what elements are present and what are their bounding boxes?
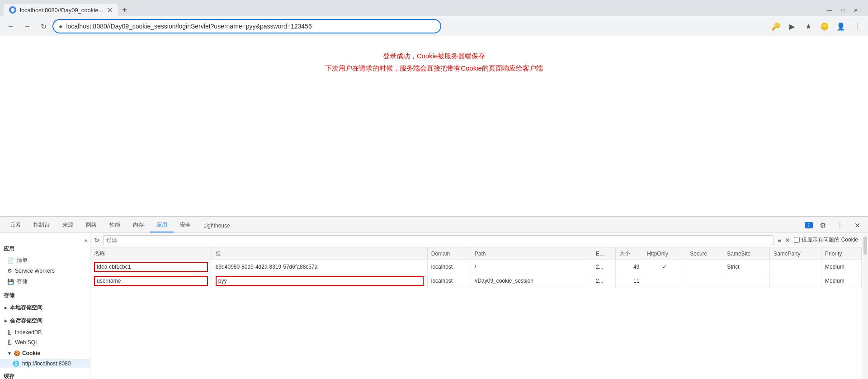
tab-network[interactable]: 网络 xyxy=(80,218,103,232)
service-workers-icon: ⚙ xyxy=(7,268,12,274)
cell-expires-1: 2... xyxy=(592,260,616,274)
cell-priority-2: Medium xyxy=(821,274,861,288)
sidebar-section-app: 应用 xyxy=(0,243,90,255)
new-tab-button[interactable]: + xyxy=(118,4,131,16)
storage-icon: 💾 xyxy=(7,279,14,285)
account-icon[interactable]: 👤 xyxy=(834,19,848,33)
tab-elements[interactable]: 元素 xyxy=(4,218,27,232)
table-row[interactable]: Idea-cbf1cbc1 b9d40980-80d9-4d2a-8319-57… xyxy=(90,260,862,274)
sidebar-group-local-storage[interactable]: ► 本地存储空间 xyxy=(0,301,90,314)
sidebar-item-indexeddb[interactable]: 🗄 IndexedDB xyxy=(0,327,90,337)
sidebar-item-localhost[interactable]: 🌐 http://localhost:8080 xyxy=(0,359,90,368)
restore-button[interactable]: □ xyxy=(839,6,847,14)
col-path: Path xyxy=(471,247,592,260)
sidebar-item-storage-overview[interactable]: 💾 存储 xyxy=(0,276,90,287)
table-header-row: 名称 值 Domain Path E... 大小 HttpOnly Secure… xyxy=(90,247,862,260)
devtools-settings-icon[interactable]: ⚙ xyxy=(816,218,830,232)
cookies-data-table: 名称 值 Domain Path E... 大小 HttpOnly Secure… xyxy=(90,247,862,288)
cell-samesite-1: Strict xyxy=(723,260,770,274)
manifest-label: 清单 xyxy=(17,256,28,264)
sidebar-item-service-workers[interactable]: ⚙ Service Workers xyxy=(0,266,90,276)
session-storage-label: 会话存储空间 xyxy=(10,317,42,325)
cell-secure-2 xyxy=(686,274,723,288)
cell-secure-1 xyxy=(686,260,723,274)
cell-size-2: 11 xyxy=(616,274,643,288)
col-value: 值 xyxy=(212,247,427,260)
tab-favicon xyxy=(9,6,16,14)
success-line1: 登录成功，Cookie被服务器端保存 xyxy=(325,50,543,62)
col-priority: Priority xyxy=(821,247,861,260)
extension-icon[interactable]: 🪙 xyxy=(817,19,832,33)
expand-local-storage-icon: ► xyxy=(4,305,8,310)
cell-sameparty-1 xyxy=(770,260,821,274)
cell-name-2: username xyxy=(90,274,212,288)
local-storage-label: 本地存储空间 xyxy=(10,304,42,312)
filter-input[interactable] xyxy=(103,235,774,245)
cookie-group-label: Cookie xyxy=(22,350,40,356)
cast-icon[interactable]: ▶ xyxy=(785,19,799,33)
tab-title: localhost:8080//Day09_cookie... xyxy=(20,7,103,14)
tab-lighthouse[interactable]: Lighthouse xyxy=(197,220,236,232)
sidebar-scrollbar[interactable] xyxy=(862,233,868,379)
devtools-close-icon[interactable]: ✕ xyxy=(850,218,864,232)
tab-application[interactable]: 应用 xyxy=(150,218,174,232)
sidebar-section-cache: 缓存 xyxy=(0,371,90,379)
tab-source[interactable]: 来源 xyxy=(56,218,80,232)
filter-options-icon[interactable]: ≡ xyxy=(778,237,781,244)
devtools-panel: 元素 控制台 来源 网络 性能 内存 应用 安全 Lighthouse 1 ⚙ … xyxy=(0,216,868,379)
menu-icon[interactable]: ⋮ xyxy=(850,19,864,33)
address-bar[interactable]: ● localhost:8080//Day09_cookie_session/l… xyxy=(52,19,441,33)
indexeddb-label: IndexedDB xyxy=(15,329,42,336)
tab-close-button[interactable]: ✕ xyxy=(107,6,113,14)
expand-session-storage-icon: ► xyxy=(4,318,8,323)
window-controls: — □ ✕ xyxy=(824,6,864,16)
clear-filter-icon[interactable]: ✕ xyxy=(785,237,790,244)
refresh-filter-icon[interactable]: ↻ xyxy=(94,237,99,244)
cookie-group-icon: 🍪 xyxy=(14,350,20,356)
devtools-tab-bar: 元素 控制台 来源 网络 性能 内存 应用 安全 Lighthouse 1 ⚙ … xyxy=(0,217,868,233)
col-secure: Secure xyxy=(686,247,723,260)
websql-icon: 🗄 xyxy=(7,340,12,345)
show-issues-checkbox[interactable] xyxy=(794,237,800,243)
sidebar-item-websql[interactable]: 🗄 Web SQL xyxy=(0,337,90,347)
minimize-button[interactable]: — xyxy=(824,6,835,14)
devtools-badge: 1 xyxy=(805,222,813,228)
close-button[interactable]: ✕ xyxy=(851,6,861,14)
col-name: 名称 xyxy=(90,247,212,260)
cell-priority-1: Medium xyxy=(821,260,861,274)
nav-right-buttons: 🔑 ▶ ★ 🪙 👤 ⋮ xyxy=(769,19,864,33)
sidebar-group-session-storage[interactable]: ► 会话存储空间 xyxy=(0,314,90,327)
devtools-more-icon[interactable]: ⋮ xyxy=(833,218,847,232)
cell-domain-2: localhost xyxy=(427,274,471,288)
localhost-label: http://localhost:8080 xyxy=(22,360,71,367)
cell-path-1: / xyxy=(471,260,592,274)
refresh-button[interactable]: ↻ xyxy=(36,19,51,33)
tab-performance[interactable]: 性能 xyxy=(103,218,127,232)
browser-chrome: localhost:8080//Day09_cookie... ✕ + — □ … xyxy=(0,0,868,36)
cell-sameparty-2 xyxy=(770,274,821,288)
cell-expires-2: 2... xyxy=(592,274,616,288)
tab-memory[interactable]: 内存 xyxy=(127,218,150,232)
success-line2: 下次用户在请求的时候，服务端会直接把带有Cookie的页面响应给客户端 xyxy=(325,62,543,74)
sidebar-item-manifest[interactable]: 📄 清单 xyxy=(0,255,90,266)
localhost-icon: 🌐 xyxy=(13,360,19,367)
table-row[interactable]: username pyy localhost //Day09_cookie_se… xyxy=(90,274,862,288)
key-icon[interactable]: 🔑 xyxy=(769,19,783,33)
bookmark-icon[interactable]: ★ xyxy=(801,19,816,33)
forward-button[interactable]: → xyxy=(20,19,34,33)
scroll-thumb[interactable] xyxy=(863,237,867,255)
cell-name-1: Idea-cbf1cbc1 xyxy=(90,260,212,274)
cell-domain-1: localhost xyxy=(427,260,471,274)
tab-security[interactable]: 安全 xyxy=(174,218,197,232)
devtools-sidebar: ▲ 应用 📄 清单 ⚙ Service Workers 💾 存储 存储 ► 本地… xyxy=(0,233,90,379)
cell-value-2: pyy xyxy=(212,274,427,288)
show-issues-checkbox-label[interactable]: 仅显示有问题的 Cookie xyxy=(794,236,858,244)
col-domain: Domain xyxy=(427,247,471,260)
devtools-toolbar-right: 1 ⚙ ⋮ ✕ xyxy=(805,218,864,232)
tab-console[interactable]: 控制台 xyxy=(27,218,56,232)
sidebar-section-storage: 存储 xyxy=(0,290,90,301)
active-tab[interactable]: localhost:8080//Day09_cookie... ✕ xyxy=(4,4,118,16)
back-button[interactable]: ← xyxy=(4,19,18,33)
sidebar-group-cookie[interactable]: ▼ 🍪 Cookie xyxy=(0,347,90,359)
devtools-body: ▲ 应用 📄 清单 ⚙ Service Workers 💾 存储 存储 ► 本地… xyxy=(0,233,868,379)
